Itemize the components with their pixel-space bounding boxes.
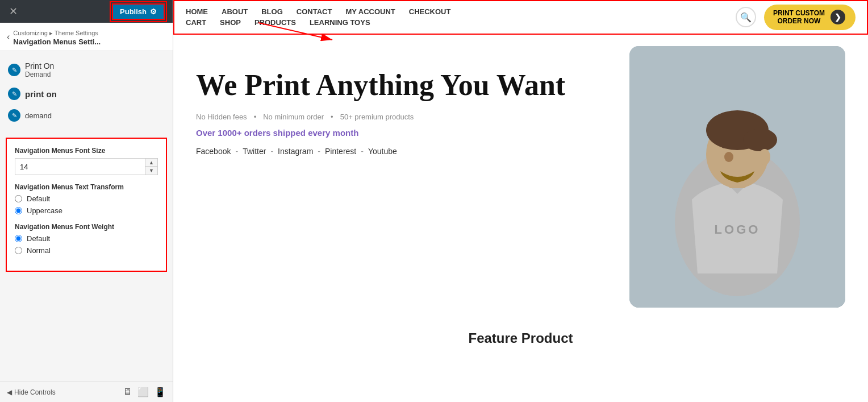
- font-size-label: Navigation Menus Font Size: [15, 147, 158, 155]
- desktop-icon[interactable]: 🖥: [123, 387, 132, 397]
- hero-image: LOGO: [629, 46, 845, 308]
- hide-controls-label: Hide Controls: [14, 388, 56, 396]
- nav-item-1[interactable]: ✎ Print On Demand: [0, 57, 173, 83]
- spinner-buttons: ▲ ▼: [145, 159, 157, 175]
- hide-controls-button[interactable]: ◀ Hide Controls: [7, 388, 56, 396]
- back-button[interactable]: ‹: [7, 32, 10, 42]
- nav-items-list: ✎ Print On Demand ✎ print on ✎ demand: [0, 51, 173, 132]
- social-pinterest[interactable]: Pinterest: [325, 147, 356, 156]
- settings-box: Navigation Menus Font Size ▲ ▼ Navigatio…: [6, 138, 167, 272]
- svg-point-7: [759, 149, 770, 165]
- hero-title: We Print Anything You Want: [196, 69, 607, 101]
- nav-two-rows: HOME ABOUT BLOG CONTACT MY ACCOUNT CHECK…: [186, 7, 450, 27]
- left-panel: ✕ Publish ⚙ ‹ Customizing ▸ Theme Settin…: [0, 0, 173, 402]
- social-youtube[interactable]: Youtube: [368, 147, 397, 156]
- hero-section: We Print Anything You Want No Hidden fee…: [173, 35, 868, 319]
- site-header: HOME ABOUT BLOG CONTACT MY ACCOUNT CHECK…: [173, 0, 868, 35]
- subtitle-2: No minimum order: [263, 113, 324, 121]
- feature-title: Feature Product: [196, 330, 845, 346]
- nav-shop[interactable]: SHOP: [220, 18, 241, 27]
- radio-default-weight[interactable]: Default: [15, 234, 158, 243]
- subtitle-1: No Hidden fees: [196, 113, 247, 121]
- text-transform-group: Default Uppercase: [15, 194, 158, 215]
- nav-item-label-1: Print On Demand: [25, 61, 54, 78]
- nav-item-label-3: demand: [25, 111, 52, 120]
- nav-about[interactable]: ABOUT: [222, 7, 248, 16]
- dot-1: •: [254, 113, 257, 121]
- radio-default-transform[interactable]: Default: [15, 194, 158, 203]
- nav-my-account[interactable]: MY ACCOUNT: [345, 7, 395, 16]
- hero-text: We Print Anything You Want No Hidden fee…: [196, 46, 607, 156]
- hero-tagline: Over 1000+ orders shipped every month: [196, 128, 607, 138]
- dot-2: •: [331, 113, 333, 121]
- site-nav-bottom: CART SHOP PRODUCTS LEARNING TOYS: [186, 18, 450, 27]
- publish-button[interactable]: Publish ⚙: [112, 3, 165, 20]
- bottom-bar: ◀ Hide Controls 🖥 ⬜ 📱: [0, 382, 173, 402]
- nav-cart[interactable]: CART: [186, 18, 206, 27]
- radio-normal-weight[interactable]: Normal: [15, 246, 158, 255]
- top-bar: ✕ Publish ⚙: [0, 0, 173, 23]
- cta-line2: order now: [773, 17, 825, 25]
- subtitle-3: 50+ premium products: [340, 113, 414, 121]
- breadcrumb-crumb: Customizing ▸ Theme Settings: [13, 30, 98, 36]
- font-weight-group: Default Normal: [15, 234, 158, 255]
- text-transform-label: Navigation Menus Text Transform: [15, 183, 158, 191]
- search-icon: 🔍: [740, 12, 752, 23]
- gear-icon: ⚙: [150, 7, 157, 16]
- cta-line1: print custom: [773, 9, 825, 17]
- svg-point-8: [724, 152, 733, 162]
- social-facebook[interactable]: Facebook: [196, 147, 231, 156]
- site-nav-top: HOME ABOUT BLOG CONTACT MY ACCOUNT CHECK…: [186, 7, 450, 16]
- hide-controls-icon: ◀: [7, 388, 12, 396]
- nav-right: 🔍 print custom order now ❯: [736, 5, 856, 30]
- nav-item-3[interactable]: ✎ demand: [0, 105, 173, 126]
- nav-products[interactable]: PRODUCTS: [254, 18, 296, 27]
- social-instagram[interactable]: Instagram: [278, 147, 313, 156]
- nav-item-label-2: print on: [25, 89, 57, 99]
- spinner-down[interactable]: ▼: [145, 167, 157, 175]
- breadcrumb: ‹ Customizing ▸ Theme Settings Navigatio…: [0, 23, 173, 51]
- publish-label: Publish: [120, 7, 147, 16]
- font-weight-label: Navigation Menus Font Weight: [15, 223, 158, 231]
- hero-subtitle: No Hidden fees • No minimum order • 50+ …: [196, 113, 607, 121]
- font-size-input[interactable]: [15, 160, 145, 174]
- close-button[interactable]: ✕: [6, 4, 21, 19]
- main-content: HOME ABOUT BLOG CONTACT MY ACCOUNT CHECK…: [173, 0, 868, 402]
- nav-learning-toys[interactable]: LEARNING TOYS: [310, 18, 370, 27]
- radio-uppercase-transform[interactable]: Uppercase: [15, 206, 158, 215]
- nav-blog[interactable]: BLOG: [261, 7, 283, 16]
- mobile-icon[interactable]: 📱: [155, 387, 166, 397]
- cta-text: print custom order now: [773, 9, 825, 26]
- social-links: Facebook - Twitter - Instagram - Pintere…: [196, 147, 607, 156]
- hero-svg: LOGO: [629, 46, 845, 308]
- svg-point-6: [743, 129, 777, 151]
- edit-icon-2: ✎: [8, 88, 20, 100]
- tablet-icon[interactable]: ⬜: [137, 387, 149, 397]
- cta-button[interactable]: print custom order now ❯: [764, 5, 856, 30]
- device-icons: 🖥 ⬜ 📱: [123, 387, 166, 397]
- search-button[interactable]: 🔍: [736, 7, 756, 27]
- nav-checkout[interactable]: CHECKOUT: [409, 7, 451, 16]
- edit-icon-1: ✎: [8, 64, 20, 76]
- cta-arrow-icon: ❯: [831, 10, 845, 24]
- nav-item-2[interactable]: ✎ print on: [0, 83, 173, 105]
- nav-home[interactable]: HOME: [186, 7, 208, 16]
- feature-section: Feature Product: [173, 319, 868, 358]
- svg-text:LOGO: LOGO: [715, 222, 761, 237]
- font-size-input-wrapper[interactable]: ▲ ▼: [15, 158, 158, 175]
- nav-contact[interactable]: CONTACT: [297, 7, 332, 16]
- spinner-up[interactable]: ▲: [145, 159, 157, 167]
- breadcrumb-title: Navigation Menus Setti...: [13, 38, 101, 46]
- social-twitter[interactable]: Twitter: [243, 147, 266, 156]
- edit-icon-3: ✎: [8, 109, 20, 122]
